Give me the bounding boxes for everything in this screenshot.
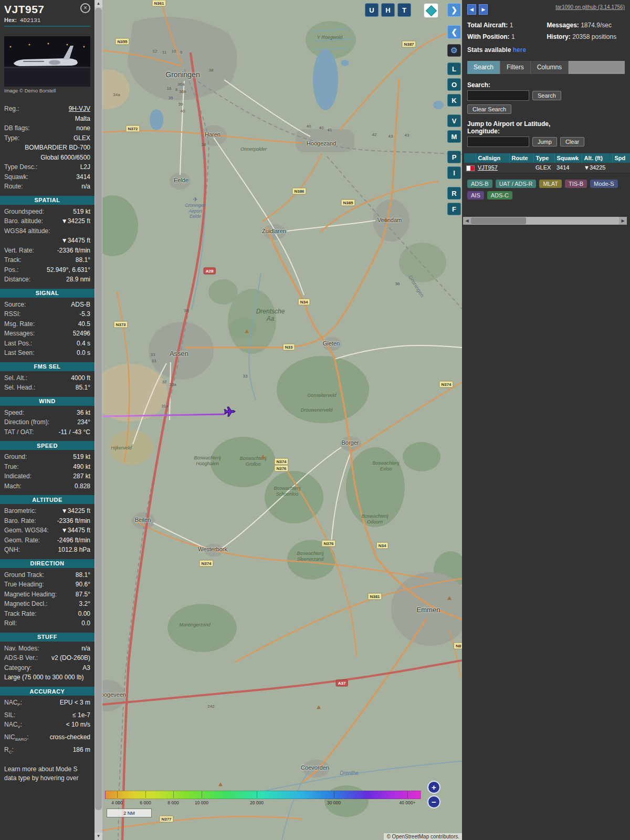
- map-button-l[interactable]: L: [447, 62, 461, 75]
- column-header[interactable]: Spd: [612, 153, 630, 163]
- detail-value: 490 kt: [19, 462, 90, 472]
- tab-search[interactable]: Search: [467, 61, 500, 74]
- map-button-p[interactable]: P: [447, 151, 461, 163]
- badge-mlat[interactable]: MLAT: [539, 180, 562, 188]
- jump-button[interactable]: Jump: [532, 137, 557, 146]
- callsign-link[interactable]: VJT957: [478, 164, 498, 171]
- detail-row: Ground Track:88.1°: [4, 570, 90, 580]
- hex-label: Hex:: [4, 17, 17, 23]
- badge-uat-ads-r[interactable]: UAT / ADS-R: [496, 180, 537, 188]
- detail-row: Speed:36 kt: [4, 408, 90, 418]
- detail-label: True Heading:: [4, 580, 44, 590]
- map-button-u[interactable]: U: [365, 3, 379, 17]
- detail-label: Distance:: [4, 275, 30, 285]
- scale-label: 2 NM: [123, 811, 135, 816]
- altitude-tick-label: 30 000: [327, 800, 341, 805]
- detail-row: Vert. Rate:-2336 ft/min: [4, 246, 90, 256]
- zoom-out-button[interactable]: −: [427, 795, 440, 808]
- detail-row: True Heading:90.6°: [4, 580, 90, 590]
- map-button-k[interactable]: K: [447, 94, 461, 107]
- sidebar-expand-button[interactable]: ❯: [447, 3, 461, 17]
- detail-value: EPU < 3 m: [22, 698, 90, 710]
- tar1090-app: VJT957 Hex:4D2131 × Image © Demo Borstel…: [0, 0, 630, 840]
- scroll-right-icon[interactable]: ▶: [619, 217, 627, 225]
- panel-collapse-left-icon[interactable]: ◀: [467, 4, 476, 15]
- detail-value: 85.1°: [35, 383, 90, 393]
- detail-row: Type Desc.:L2J: [4, 162, 90, 172]
- stats-here-link[interactable]: here: [513, 46, 526, 54]
- jump-label: Jump to Airport or Latitude, Longitude:: [467, 120, 580, 135]
- column-header[interactable]: Squawk: [554, 153, 582, 163]
- scrollbar-thumb[interactable]: [95, 8, 102, 810]
- column-header[interactable]: [464, 153, 476, 163]
- column-header[interactable]: Callsign: [476, 153, 509, 163]
- detail-value: 40.5: [35, 319, 90, 329]
- map-button-v[interactable]: V: [447, 114, 461, 127]
- detail-label: RSSI:: [4, 309, 20, 319]
- aircraft-detail-panel: VJT957 Hex:4D2131 × Image © Demo Borstel…: [0, 0, 94, 840]
- map-button-t[interactable]: T: [397, 3, 411, 17]
- altitude-tick: [407, 791, 408, 798]
- scroll-up-icon[interactable]: ▲: [94, 0, 102, 7]
- map-button-i[interactable]: I: [447, 166, 461, 179]
- detail-label: Sel. Alt.:: [4, 373, 27, 383]
- column-header[interactable]: Alt. (ft): [582, 153, 612, 163]
- map-button-m[interactable]: M: [447, 130, 461, 143]
- tab-columns[interactable]: Columns: [531, 61, 569, 74]
- detail-label: Magnetic Heading:: [4, 590, 57, 600]
- table-row[interactable]: VJT957GLEX3414▼34225: [464, 163, 630, 173]
- map-button-f[interactable]: F: [447, 203, 461, 215]
- detail-value: ▼34475 ft: [49, 526, 90, 536]
- detail-row: Magnetic Heading:87.5°: [4, 590, 90, 600]
- tab-filters[interactable]: Filters: [500, 61, 531, 74]
- detail-value: 90.6°: [44, 580, 90, 590]
- panel-collapse-right-icon[interactable]: ▶: [479, 4, 488, 15]
- clear-search-button[interactable]: Clear Search: [467, 104, 511, 114]
- github-link[interactable]: tar1090 on github (3.14.1756): [555, 4, 625, 10]
- altitude-tick: [117, 791, 118, 798]
- collapse-sidebar-button[interactable]: ❮: [447, 25, 461, 39]
- badge-mode-s[interactable]: Mode-S: [590, 180, 618, 188]
- section-header-stuff: STUFF: [0, 633, 94, 642]
- zoom-in-button[interactable]: +: [427, 781, 440, 794]
- detail-value: 0.4 s: [32, 339, 90, 349]
- detail-label: Track Rate:: [4, 609, 37, 619]
- column-header[interactable]: Type: [533, 153, 554, 163]
- detail-label: QNH:: [4, 545, 20, 555]
- gear-icon[interactable]: ⚙: [447, 44, 461, 57]
- aircraft-table-wrap: CallsignRouteTypeSquawkAlt. (ft)SpdVJT95…: [464, 153, 630, 173]
- search-input[interactable]: [467, 90, 529, 101]
- detail-label: Magnetic Decl.:: [4, 599, 48, 609]
- badge-ads-b[interactable]: ADS-B: [467, 180, 492, 188]
- map[interactable]: GroningenHarenHoogezandEeldeZuidlarenVee…: [102, 0, 462, 840]
- column-header[interactable]: Route: [509, 153, 533, 163]
- detail-label: DB flags:: [4, 123, 30, 133]
- jump-input[interactable]: [467, 136, 529, 147]
- detail-value: A3: [32, 663, 90, 673]
- jump-clear-button[interactable]: Clear: [560, 137, 584, 146]
- scroll-down-icon[interactable]: ▼: [94, 833, 102, 840]
- table-horizontal-scrollbar[interactable]: ◀ ▶: [463, 217, 627, 225]
- hscrollbar-thumb[interactable]: [471, 217, 526, 224]
- layers-icon[interactable]: [424, 3, 438, 18]
- scroll-left-icon[interactable]: ◀: [463, 217, 471, 225]
- badge-ais[interactable]: AIS: [467, 191, 484, 200]
- detail-row: Messages:52496: [4, 329, 90, 339]
- detail-value[interactable]: 9H-VJV: [19, 104, 90, 114]
- detail-value: 87.5°: [57, 590, 90, 600]
- search-button[interactable]: Search: [532, 91, 561, 100]
- map-button-r[interactable]: R: [447, 187, 461, 200]
- close-icon[interactable]: ×: [80, 3, 90, 13]
- badge-ads-c[interactable]: ADS-C: [487, 191, 512, 200]
- map-button-o[interactable]: O: [447, 78, 461, 91]
- detail-label: Vert. Rate:: [4, 246, 34, 256]
- aircraft-table: CallsignRouteTypeSquawkAlt. (ft)SpdVJT95…: [464, 153, 630, 173]
- map-canvas[interactable]: [102, 0, 462, 840]
- detail-row: Sel. Head.:85.1°: [4, 383, 90, 393]
- table-header-row: CallsignRouteTypeSquawkAlt. (ft)Spd: [464, 153, 630, 163]
- map-button-h[interactable]: H: [381, 3, 395, 17]
- left-panel-scrollbar[interactable]: ▲ ▼: [94, 0, 102, 840]
- panel-tabs: SearchFiltersColumns: [467, 61, 625, 74]
- heath-areas: [109, 430, 153, 465]
- badge-tis-b[interactable]: TIS-B: [565, 180, 587, 188]
